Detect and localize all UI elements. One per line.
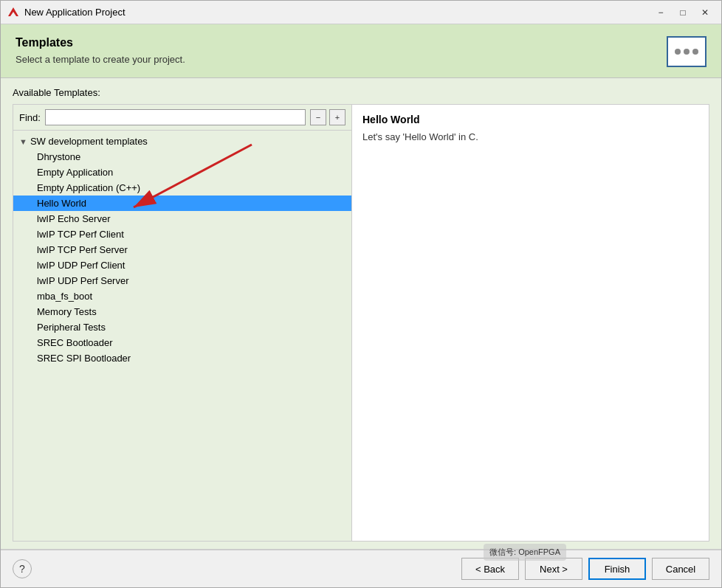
find-label: Find: (19, 112, 41, 123)
main-window: New Application Project − □ ✕ Templates … (0, 0, 722, 588)
right-panel: Hello World Let's say 'Hello World' in C… (352, 104, 709, 542)
tree-item[interactable]: Hello World (13, 196, 351, 211)
title-bar: New Application Project − □ ✕ (1, 1, 721, 24)
tree-items-container: DhrystoneEmpty ApplicationEmpty Applicat… (13, 149, 351, 366)
available-label: Available Templates: (13, 87, 709, 98)
templates-container: Find: − + ▼ SW d (13, 104, 709, 542)
find-icons: − + (310, 109, 345, 125)
window-title: New Application Project (24, 7, 650, 18)
bottom-buttons: < Back Next > Finish Cancel (461, 558, 709, 580)
finish-button[interactable]: Finish (588, 558, 646, 580)
svg-marker-0 (8, 7, 18, 16)
tree-item[interactable]: Empty Application (C++) (13, 180, 351, 196)
window-controls: − □ ✕ (650, 4, 715, 21)
app-logo-icon (7, 6, 20, 19)
tree-item[interactable]: Dhrystone (13, 149, 351, 165)
dot-3 (692, 49, 698, 55)
cancel-button[interactable]: Cancel (652, 558, 709, 580)
tree-item[interactable]: Peripheral Tests (13, 319, 351, 335)
tree-item[interactable]: mba_fs_boot (13, 288, 351, 304)
help-button[interactable]: ? (13, 559, 32, 578)
header-text: Templates Select a template to create yo… (16, 36, 185, 65)
tree-group-label[interactable]: ▼ SW development templates (13, 134, 351, 149)
tree-item[interactable]: lwIP TCP Perf Server (13, 242, 351, 257)
expand-icon-btn[interactable]: + (329, 109, 345, 125)
close-button[interactable]: ✕ (695, 4, 715, 21)
tree-item[interactable]: lwIP UDP Perf Client (13, 257, 351, 273)
next-button[interactable]: Next > (525, 558, 582, 580)
description-text: Let's say 'Hello World' in C. (362, 131, 698, 142)
dot-2 (684, 49, 690, 55)
tree-item[interactable]: Empty Application (13, 165, 351, 180)
header-subtitle: Select a template to create your project… (16, 54, 185, 65)
maximize-button[interactable]: □ (673, 4, 693, 21)
collapse-icon: − (316, 113, 320, 122)
bottom-bar: ? < Back Next > Finish Cancel (1, 549, 721, 587)
header-icon-box (667, 36, 706, 67)
tree-item[interactable]: lwIP TCP Perf Client (13, 226, 351, 242)
dot-1 (675, 49, 681, 55)
tree-group: ▼ SW development templates DhrystoneEmpt… (13, 134, 351, 366)
tree-item[interactable]: Memory Tests (13, 304, 351, 319)
tree-group-text: SW development templates (30, 136, 148, 147)
left-panel: Find: − + ▼ SW d (13, 104, 352, 542)
tree-item[interactable]: lwIP UDP Perf Server (13, 273, 351, 288)
collapse-icon-btn[interactable]: − (310, 109, 326, 125)
find-row: Find: − + (13, 105, 351, 131)
header-icon-dots (675, 49, 698, 55)
back-button[interactable]: < Back (461, 558, 519, 580)
minimize-button[interactable]: − (650, 4, 671, 21)
tree-item[interactable]: SREC Bootloader (13, 335, 351, 350)
chevron-icon: ▼ (19, 137, 27, 146)
tree-item[interactable]: SREC SPI Bootloader (13, 350, 351, 366)
find-input[interactable] (45, 109, 306, 125)
content-area: Available Templates: Find: − + (1, 78, 721, 549)
tree-item[interactable]: lwIP Echo Server (13, 211, 351, 226)
tree-area: ▼ SW development templates DhrystoneEmpt… (13, 131, 351, 541)
description-title: Hello World (362, 114, 698, 125)
expand-icon: + (335, 113, 340, 122)
header-section: Templates Select a template to create yo… (1, 24, 721, 78)
header-title: Templates (16, 36, 185, 49)
